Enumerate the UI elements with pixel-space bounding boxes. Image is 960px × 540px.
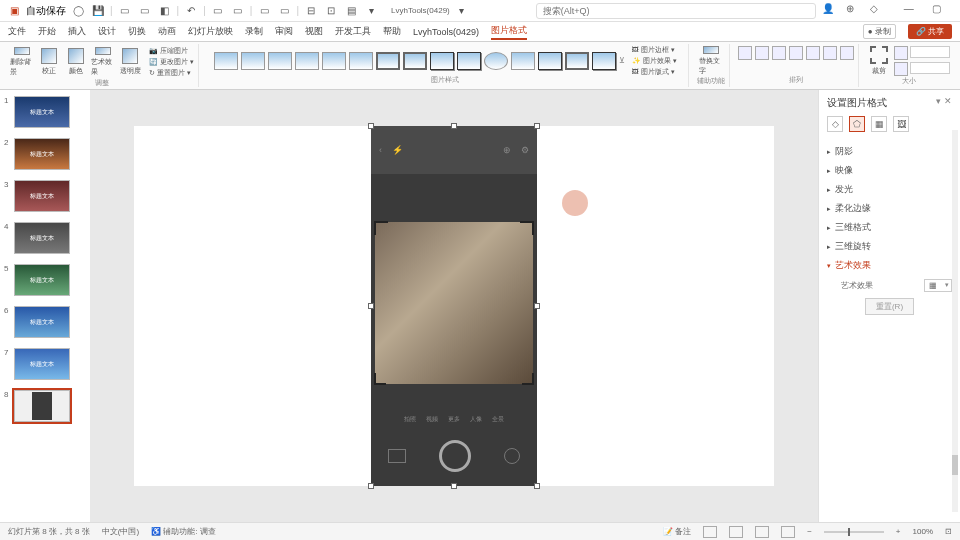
view-slideshow[interactable] [781,526,795,538]
qat-icon[interactable]: ▭ [137,3,153,19]
slide-thumb[interactable]: 7标题文本 [4,348,86,380]
tab-picture-format[interactable]: 图片格式 [491,24,527,40]
panel-close-icon[interactable]: ▾ ✕ [936,96,952,106]
picture-style[interactable] [403,52,427,70]
qat-icon[interactable]: ▤ [343,3,359,19]
view-sorter[interactable] [729,526,743,538]
panel-tab-size[interactable]: ▦ [871,116,887,132]
picture-layout[interactable]: 🖼 图片版式 ▾ [632,67,677,76]
remove-bg-button[interactable]: 删除背景 [10,47,34,77]
picture-style[interactable] [214,52,238,70]
tab-review[interactable]: 审阅 [275,25,293,38]
picture-style[interactable] [295,52,319,70]
qat-icon[interactable]: ▭ [256,3,272,19]
art-effect-select[interactable]: ▦ [924,279,952,292]
tab-addin[interactable]: LvyhTools(0429) [413,27,479,37]
alt-text-button[interactable]: 替换文字 [699,46,723,76]
picture-style[interactable] [349,52,373,70]
panel-item-artistic[interactable]: ▾艺术效果 [827,256,952,275]
tab-slideshow[interactable]: 幻灯片放映 [188,25,233,38]
picture-style[interactable] [322,52,346,70]
panel-tab-effects[interactable]: ⬠ [849,116,865,132]
tab-help[interactable]: 帮助 [383,25,401,38]
panel-item-glow[interactable]: ▸发光 [827,180,952,199]
accessibility-check[interactable]: ♿ 辅助功能: 调查 [151,526,216,537]
inserted-picture[interactable]: ‹⚡⊕⚙ 拍照视频更多人像全景 [371,126,537,486]
panel-item-3d-format[interactable]: ▸三维格式 [827,218,952,237]
arrange-icon[interactable] [738,46,752,60]
panel-scrollbar[interactable] [952,130,958,512]
qat-icon[interactable]: ▭ [230,3,246,19]
reset-picture[interactable]: ↻ 重置图片 ▾ [149,68,194,78]
panel-item-shadow[interactable]: ▸阴影 [827,142,952,161]
zoom-in[interactable]: + [896,527,901,536]
panel-item-3d-rotation[interactable]: ▸三维旋转 [827,237,952,256]
panel-item-reflection[interactable]: ▸映像 [827,161,952,180]
view-normal[interactable] [703,526,717,538]
slide-thumb[interactable]: 2标题文本 [4,138,86,170]
panel-item-soft-edges[interactable]: ▸柔化边缘 [827,199,952,218]
change-picture[interactable]: 🔄 更改图片 ▾ [149,57,194,67]
corrections-button[interactable]: 校正 [37,47,61,77]
picture-style[interactable] [592,52,616,70]
search-input[interactable] [536,3,816,19]
picture-style[interactable] [457,52,481,70]
arrange-icon[interactable] [789,46,803,60]
qat-icon[interactable]: ⊟ [303,3,319,19]
qat-icon[interactable]: ▭ [210,3,226,19]
qat-icon[interactable]: ▭ [276,3,292,19]
notes-button[interactable]: 📝 备注 [663,526,691,537]
panel-tab-fill[interactable]: ◇ [827,116,843,132]
record-button[interactable]: ● 录制 [863,24,896,39]
width-input[interactable] [910,62,950,74]
slide-thumb[interactable]: 8 [4,390,86,422]
tab-dev[interactable]: 开发工具 [335,25,371,38]
slide-thumb[interactable]: 6标题文本 [4,306,86,338]
qat-icon[interactable]: ▭ [117,3,133,19]
picture-style[interactable] [430,52,454,70]
zoom-level[interactable]: 100% [913,527,933,536]
zoom-slider[interactable] [824,531,884,533]
undo-icon[interactable]: ↶ [183,3,199,19]
chevron-down-icon[interactable]: ▾ [454,3,470,19]
language-indicator[interactable]: 中文(中国) [102,526,139,537]
view-reading[interactable] [755,526,769,538]
slide-thumb[interactable]: 4标题文本 [4,222,86,254]
arrange-icon[interactable] [840,46,854,60]
save-icon[interactable]: 💾 [90,3,106,19]
panel-tab-picture[interactable]: 🖼 [893,116,909,132]
styles-more[interactable]: ⊻ [619,56,625,65]
picture-style[interactable] [511,52,535,70]
picture-style[interactable] [484,52,508,70]
picture-border[interactable]: 🖼 图片边框 ▾ [632,46,677,55]
picture-effects[interactable]: ✨ 图片效果 ▾ [632,56,677,66]
tab-design[interactable]: 设计 [98,25,116,38]
tab-home[interactable]: 开始 [38,25,56,38]
zoom-out[interactable]: − [807,527,812,536]
slide-thumb[interactable]: 3标题文本 [4,180,86,212]
compress-picture[interactable]: 📷 压缩图片 [149,46,194,56]
artistic-effects-button[interactable]: 艺术效果 [91,47,115,77]
tab-view[interactable]: 视图 [305,25,323,38]
slide-thumb[interactable]: 1标题文本 [4,96,86,128]
color-button[interactable]: 颜色 [64,47,88,77]
autosave-toggle[interactable]: ◯ [70,3,86,19]
tab-file[interactable]: 文件 [8,25,26,38]
maximize-icon[interactable]: ▢ [932,3,948,19]
share-button[interactable]: 🔗 共享 [908,24,952,39]
slide-canvas[interactable]: ‹⚡⊕⚙ 拍照视频更多人像全景 [90,90,818,522]
height-input[interactable] [910,46,950,58]
picture-style[interactable] [241,52,265,70]
arrange-icon[interactable] [755,46,769,60]
qat-icon[interactable]: ◧ [157,3,173,19]
picture-style[interactable] [565,52,589,70]
tab-record[interactable]: 录制 [245,25,263,38]
tab-insert[interactable]: 插入 [68,25,86,38]
minimize-icon[interactable]: — [904,3,920,19]
reset-button[interactable]: 重置(R) [865,298,914,315]
arrange-icon[interactable] [772,46,786,60]
transparency-button[interactable]: 透明度 [118,47,142,77]
tab-animation[interactable]: 动画 [158,25,176,38]
arrange-icon[interactable] [806,46,820,60]
picture-style[interactable] [538,52,562,70]
